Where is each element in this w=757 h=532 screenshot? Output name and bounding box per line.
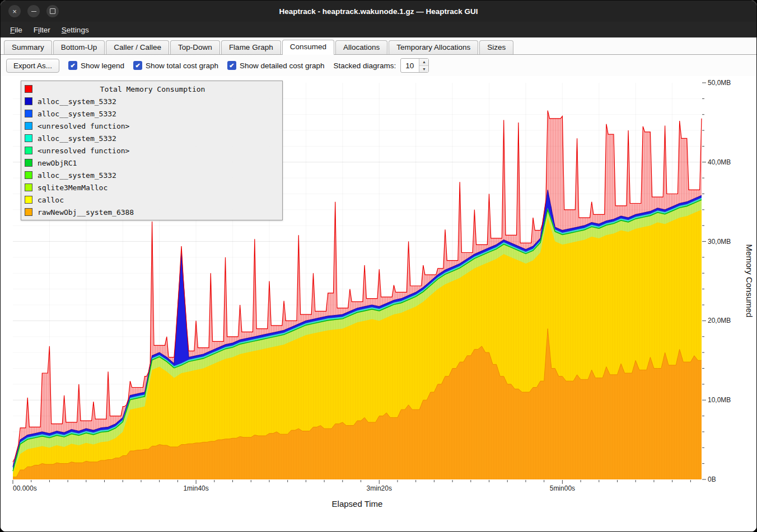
legend-label: alloc__system_5332: [38, 110, 116, 118]
tab-caller-callee[interactable]: Caller / Callee: [106, 40, 169, 54]
checkbox-box[interactable]: ✔: [68, 61, 77, 70]
maximize-button[interactable]: [46, 5, 59, 17]
spin-down-button[interactable]: ▼: [419, 65, 428, 73]
export-as-button[interactable]: Export As...: [6, 59, 59, 73]
window-title: Heaptrack - heaptrack.wakunode.1.gz — He…: [1, 7, 756, 16]
menu-item-file[interactable]: File: [5, 24, 27, 36]
legend-item: alloc__system_5332: [25, 169, 279, 181]
legend-label: rawNewObj__system_6388: [38, 208, 134, 216]
x-axis-title: Elapsed Time: [13, 499, 702, 509]
legend-swatch: [25, 183, 32, 191]
svg-text:50,0MB: 50,0MB: [708, 79, 731, 87]
spin-buttons: ▲ ▼: [419, 59, 428, 72]
checkbox-box[interactable]: ✔: [227, 61, 236, 70]
minimize-button[interactable]: [27, 5, 40, 17]
stacked-diagrams-value: 10: [401, 59, 419, 72]
legend-label: <unresolved function>: [38, 147, 129, 155]
legend-label: alloc__system_5332: [38, 171, 116, 180]
close-button[interactable]: ×: [8, 5, 21, 17]
svg-text:30,0MB: 30,0MB: [708, 238, 731, 246]
legend-swatch: [25, 97, 32, 105]
legend-label: newObjRC1: [38, 159, 77, 167]
tab-allocations[interactable]: Allocations: [335, 40, 387, 54]
legend-swatch: [25, 208, 32, 216]
consumed-chart-area[interactable]: 00.000s1min40s3min20s5min00s0B10,0MB20,0…: [1, 76, 756, 531]
legend-swatch: [25, 159, 32, 167]
svg-text:10,0MB: 10,0MB: [708, 396, 731, 404]
tab-bar: SummaryBottom-UpCaller / CalleeTop-DownF…: [1, 37, 756, 55]
stacked-diagrams-label: Stacked diagrams:: [334, 62, 396, 70]
svg-text:1min40s: 1min40s: [183, 484, 208, 492]
spin-up-button[interactable]: ▲: [419, 59, 428, 65]
legend-swatch: [25, 122, 32, 130]
tab-temporary-allocations[interactable]: Temporary Allocations: [389, 40, 478, 54]
legend-item: calloc: [25, 194, 279, 206]
checkbox-show-detailed-cost-graph[interactable]: ✔Show detailed cost graph: [227, 61, 325, 70]
titlebar[interactable]: × Heaptrack - heaptrack.wakunode.1.gz — …: [1, 1, 756, 22]
svg-text:5min00s: 5min00s: [550, 484, 575, 492]
stacked-diagrams-spinbox[interactable]: 10 ▲ ▼: [400, 58, 429, 73]
legend-item: alloc__system_5332: [25, 107, 279, 120]
legend-item: <unresolved function>: [25, 120, 279, 132]
tab-flame-graph[interactable]: Flame Graph: [221, 40, 281, 54]
toolbar: Export As... ✔Show legend✔Show total cos…: [1, 55, 756, 76]
checkbox-label: Show detailed cost graph: [240, 62, 325, 70]
window-controls: ×: [8, 5, 59, 17]
heaptrack-window: × Heaptrack - heaptrack.wakunode.1.gz — …: [0, 0, 757, 532]
legend-item: rawNewObj__system_6388: [25, 206, 279, 218]
svg-text:20,0MB: 20,0MB: [708, 317, 731, 324]
toolbar-checkboxes: ✔Show legend✔Show total cost graph✔Show …: [68, 61, 325, 70]
legend-swatch: [25, 171, 32, 179]
checkbox-label: Show total cost graph: [146, 62, 218, 70]
menubar: FileFilterSettings: [1, 22, 756, 37]
legend-label: alloc__system_5332: [38, 134, 116, 143]
legend-item: <unresolved function>: [25, 144, 279, 157]
svg-text:00.000s: 00.000s: [13, 484, 37, 492]
legend-label: <unresolved function>: [38, 122, 129, 130]
tab-summary[interactable]: Summary: [4, 40, 52, 54]
y-axis-title: Memory Consumed: [745, 244, 754, 318]
legend-swatch: [25, 147, 32, 154]
svg-text:40,0MB: 40,0MB: [708, 158, 731, 166]
minimize-icon: [31, 11, 36, 12]
checkbox-show-total-cost-graph[interactable]: ✔Show total cost graph: [133, 61, 218, 70]
legend-swatch: [25, 134, 32, 142]
legend-label: calloc: [38, 196, 64, 204]
legend-item: newObjRC1: [25, 157, 279, 169]
checkbox-show-legend[interactable]: ✔Show legend: [68, 61, 124, 70]
svg-text:3min20s: 3min20s: [367, 484, 392, 492]
legend-label: alloc__system_5332: [38, 97, 116, 106]
legend-swatch: [25, 196, 32, 204]
chart-legend: Total Memory Consumption alloc__system_5…: [21, 81, 283, 220]
svg-text:0B: 0B: [708, 475, 716, 483]
tab-sizes[interactable]: Sizes: [479, 40, 513, 54]
close-icon: ×: [12, 8, 17, 15]
legend-title-row: Total Memory Consumption: [25, 83, 279, 95]
legend-item: alloc__system_5332: [25, 132, 279, 144]
checkbox-label: Show legend: [81, 62, 124, 70]
tab-bottom-up[interactable]: Bottom-Up: [53, 40, 105, 54]
stacked-diagrams-group: Stacked diagrams: 10 ▲ ▼: [334, 58, 429, 73]
legend-item: alloc__system_5332: [25, 95, 279, 107]
checkbox-box[interactable]: ✔: [133, 61, 142, 70]
menu-item-settings[interactable]: Settings: [57, 24, 94, 36]
legend-title: Total Memory Consumption: [38, 85, 279, 93]
menu-item-filter[interactable]: Filter: [29, 24, 55, 36]
legend-title-swatch: [25, 85, 32, 93]
legend-swatch: [25, 110, 32, 117]
maximize-icon: [50, 8, 55, 14]
tab-consumed[interactable]: Consumed: [282, 40, 334, 55]
tab-top-down[interactable]: Top-Down: [170, 40, 220, 54]
legend-label: sqlite3MemMalloc: [38, 183, 108, 192]
legend-item: sqlite3MemMalloc: [25, 181, 279, 194]
